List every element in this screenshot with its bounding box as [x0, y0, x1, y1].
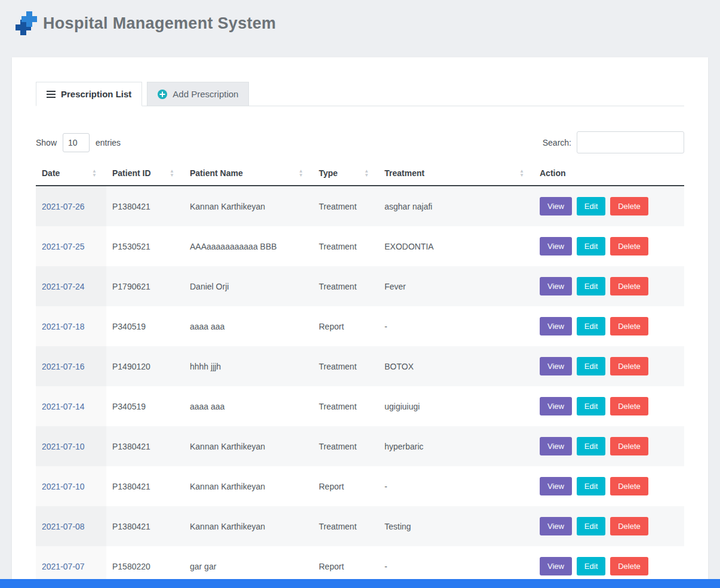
delete-button[interactable]: Delete: [610, 437, 648, 455]
tab-label: Add Prescription: [173, 89, 238, 99]
row-date-link[interactable]: 2021-07-24: [42, 282, 85, 291]
show-entries-control: Show entries: [36, 133, 121, 152]
cell-date: 2021-07-10: [36, 466, 106, 506]
cell-patient-name: Kannan Karthikeyan: [184, 426, 313, 466]
view-button[interactable]: View: [540, 237, 572, 255]
cell-type: Treatment: [313, 426, 379, 466]
cell-date: 2021-07-18: [36, 306, 106, 346]
table-row: 2021-07-10 P1380421 Kannan Karthikeyan R…: [36, 466, 684, 506]
table-row: 2021-07-14 P340519 aaaa aaa Treatment ug…: [36, 386, 684, 426]
search-label: Search:: [543, 138, 571, 147]
tab-add-prescription[interactable]: Add Prescription: [147, 82, 249, 106]
column-header-treatment[interactable]: Treatment ▲▼: [379, 163, 534, 186]
edit-button[interactable]: Edit: [577, 557, 605, 575]
cell-actions: View Edit Delete: [534, 266, 684, 306]
cell-date: 2021-07-14: [36, 386, 106, 426]
search-control: Search:: [543, 131, 684, 153]
edit-button[interactable]: Edit: [577, 197, 605, 216]
cell-date: 2021-07-24: [36, 266, 106, 306]
cell-actions: View Edit Delete: [534, 386, 684, 426]
cell-actions: View Edit Delete: [534, 346, 684, 386]
cell-patient-id: P1490120: [106, 346, 184, 386]
view-button[interactable]: View: [540, 357, 572, 375]
cell-patient-id: P1380421: [106, 506, 184, 546]
row-date-link[interactable]: 2021-07-14: [42, 402, 85, 411]
edit-button[interactable]: Edit: [577, 397, 605, 415]
list-menu-icon: [47, 91, 56, 98]
delete-button[interactable]: Delete: [610, 557, 648, 575]
delete-button[interactable]: Delete: [610, 517, 648, 535]
cell-date: 2021-07-25: [36, 226, 106, 266]
cell-type: Treatment: [313, 226, 379, 266]
cell-patient-name: hhhh jjjh: [184, 346, 313, 386]
plus-circle-icon: [158, 90, 167, 99]
delete-button[interactable]: Delete: [610, 397, 648, 415]
delete-button[interactable]: Delete: [610, 237, 648, 255]
table-row: 2021-07-26 P1380421 Kannan Karthikeyan T…: [36, 186, 684, 226]
view-button[interactable]: View: [540, 517, 572, 535]
cell-treatment: BOTOX: [379, 346, 534, 386]
edit-button[interactable]: Edit: [577, 517, 605, 535]
row-date-link[interactable]: 2021-07-25: [42, 242, 85, 251]
row-date-link[interactable]: 2021-07-16: [42, 362, 85, 371]
app-header: Hospital Management System: [0, 0, 720, 46]
row-date-link[interactable]: 2021-07-10: [42, 482, 85, 491]
sort-icon: ▲▼: [364, 169, 369, 177]
cell-patient-name: Kannan Karthikeyan: [184, 506, 313, 546]
hospital-logo-icon: [12, 10, 37, 36]
view-button[interactable]: View: [540, 277, 572, 295]
cell-actions: View Edit Delete: [534, 306, 684, 346]
cell-patient-name: aaaa aaa: [184, 386, 313, 426]
view-button[interactable]: View: [540, 317, 572, 335]
column-header-action: Action: [534, 163, 684, 186]
view-button[interactable]: View: [540, 397, 572, 415]
table-row: 2021-07-16 P1490120 hhhh jjjh Treatment …: [36, 346, 684, 386]
row-date-link[interactable]: 2021-07-26: [42, 202, 85, 211]
delete-button[interactable]: Delete: [610, 357, 648, 375]
cell-patient-id: P1790621: [106, 266, 184, 306]
column-header-date[interactable]: Date ▲▼: [36, 163, 106, 186]
edit-button[interactable]: Edit: [577, 277, 605, 295]
cell-actions: View Edit Delete: [534, 466, 684, 506]
delete-button[interactable]: Delete: [610, 477, 648, 495]
column-header-patient-id[interactable]: Patient ID ▲▼: [106, 163, 184, 186]
tab-label: Prescription List: [61, 89, 131, 99]
delete-button[interactable]: Delete: [610, 277, 648, 295]
cell-patient-id: P1380421: [106, 466, 184, 506]
view-button[interactable]: View: [540, 197, 572, 216]
table-row: 2021-07-10 P1380421 Kannan Karthikeyan T…: [36, 426, 684, 466]
column-header-patient-name[interactable]: Patient Name ▲▼: [184, 163, 313, 186]
table-row: 2021-07-24 P1790621 Daniel Orji Treatmen…: [36, 266, 684, 306]
edit-button[interactable]: Edit: [577, 477, 605, 495]
table-row: 2021-07-25 P1530521 AAAaaaaaaaaaaa BBB T…: [36, 226, 684, 266]
edit-button[interactable]: Edit: [577, 237, 605, 255]
cell-actions: View Edit Delete: [534, 506, 684, 546]
table-row: 2021-07-08 P1380421 Kannan Karthikeyan T…: [36, 506, 684, 546]
delete-button[interactable]: Delete: [610, 197, 648, 216]
tab-prescription-list[interactable]: Prescription List: [36, 82, 142, 106]
view-button[interactable]: View: [540, 437, 572, 455]
delete-button[interactable]: Delete: [610, 317, 648, 335]
table-row: 2021-07-18 P340519 aaaa aaa Report - Vie…: [36, 306, 684, 346]
cell-treatment: asghar najafi: [379, 186, 534, 226]
row-date-link[interactable]: 2021-07-07: [42, 562, 85, 571]
row-date-link[interactable]: 2021-07-10: [42, 442, 85, 451]
row-date-link[interactable]: 2021-07-18: [42, 322, 85, 331]
entries-label: entries: [96, 138, 121, 147]
column-header-type[interactable]: Type ▲▼: [313, 163, 379, 186]
edit-button[interactable]: Edit: [577, 357, 605, 375]
view-button[interactable]: View: [540, 557, 572, 575]
cell-treatment: EXODONTIA: [379, 226, 534, 266]
edit-button[interactable]: Edit: [577, 437, 605, 455]
cell-actions: View Edit Delete: [534, 226, 684, 266]
edit-button[interactable]: Edit: [577, 317, 605, 335]
sort-icon: ▲▼: [519, 169, 524, 177]
cell-type: Treatment: [313, 266, 379, 306]
cell-type: Treatment: [313, 186, 379, 226]
cell-date: 2021-07-08: [36, 506, 106, 546]
view-button[interactable]: View: [540, 477, 572, 495]
row-date-link[interactable]: 2021-07-08: [42, 522, 85, 531]
cell-treatment: hyperbaric: [379, 426, 534, 466]
entries-count-input[interactable]: [63, 133, 90, 152]
search-input[interactable]: [577, 131, 684, 153]
